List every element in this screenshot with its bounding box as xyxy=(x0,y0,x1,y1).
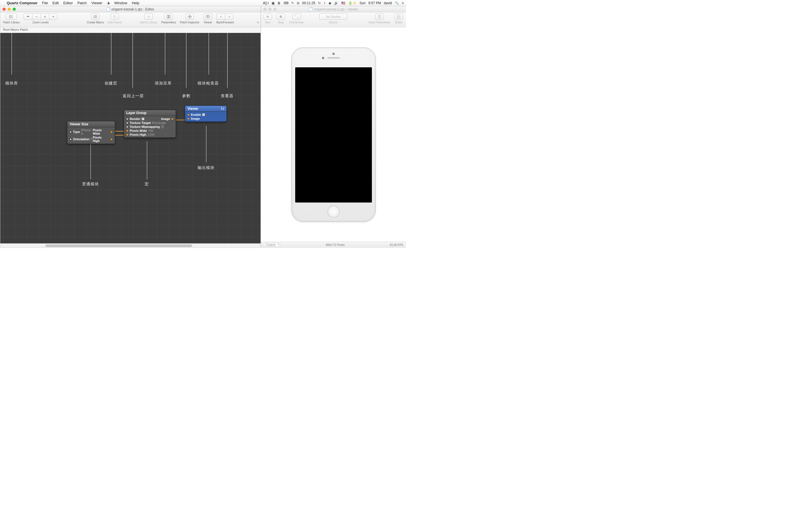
editor-label: Editor xyxy=(395,21,402,24)
user-name[interactable]: david xyxy=(384,1,392,5)
viewport-dims: 480x772 Pixels xyxy=(326,243,345,246)
zoom-button[interactable] xyxy=(13,8,16,11)
spotlight-icon[interactable]: 🔍 xyxy=(395,1,399,5)
zoom-in-button[interactable]: + xyxy=(49,13,57,20)
menu-file[interactable]: File xyxy=(42,1,48,5)
keyboard-icon[interactable]: ⌨ xyxy=(284,1,289,5)
port-out[interactable] xyxy=(110,138,112,140)
phone-home-button[interactable] xyxy=(327,205,340,218)
add-to-library-button[interactable] xyxy=(144,13,153,20)
svg-marker-22 xyxy=(267,15,269,18)
create-macro-button[interactable] xyxy=(91,13,100,20)
patch-library-button[interactable] xyxy=(6,13,17,20)
menu-edit[interactable]: Edit xyxy=(52,1,59,5)
port-in[interactable] xyxy=(188,118,190,120)
node-layer-group[interactable]: Layer Group Render✓Image Texture TargetR… xyxy=(124,110,176,138)
node-title[interactable]: Viewer1▴▾ xyxy=(185,106,226,112)
input-params-button[interactable] xyxy=(375,13,384,20)
menu-viewer[interactable]: Viewer xyxy=(91,1,103,5)
traffic-lights[interactable] xyxy=(3,8,16,11)
row-value[interactable]: 750 xyxy=(148,129,153,132)
close-button[interactable] xyxy=(263,8,266,11)
svg-point-15 xyxy=(189,16,190,17)
bluetooth-icon[interactable]: ᚼ xyxy=(324,1,326,5)
wifi-icon[interactable]: ◉ xyxy=(328,1,331,5)
breadcrumb[interactable]: Root Macro Patch xyxy=(0,27,260,33)
zoom-button[interactable] xyxy=(273,8,276,11)
port-out[interactable] xyxy=(110,131,112,133)
port-in[interactable] xyxy=(126,122,128,124)
trash-icon[interactable]: 🗑 xyxy=(277,1,281,5)
minimize-button[interactable] xyxy=(268,8,271,11)
clock-time[interactable]: 9:57 PM xyxy=(368,1,381,5)
node-title[interactable]: Layer Group xyxy=(124,110,175,116)
scrollbar-thumb[interactable] xyxy=(45,244,192,247)
viewer-canvas[interactable] xyxy=(261,27,406,242)
port-in[interactable] xyxy=(70,131,71,133)
size-mode-select[interactable]: Custom xyxy=(264,243,280,247)
checkbox[interactable]: ✓ xyxy=(202,113,205,116)
volume-icon[interactable]: 🔊 xyxy=(334,1,338,5)
connection xyxy=(175,120,186,120)
port-in[interactable] xyxy=(126,118,128,120)
close-button[interactable] xyxy=(3,8,6,11)
adobe-icon[interactable]: A] ⁞ xyxy=(263,1,269,5)
row-value[interactable]: P xyxy=(91,137,93,141)
row-value[interactable]: iPhone 6 xyxy=(81,128,93,135)
run-label: Run xyxy=(265,21,270,24)
fullscreen-button[interactable] xyxy=(292,13,301,20)
port-in[interactable] xyxy=(126,134,128,136)
port-in[interactable] xyxy=(70,138,71,140)
checkbox[interactable]: ✓ xyxy=(142,117,144,120)
menu-help[interactable]: Help xyxy=(132,1,139,5)
menu-origami-icon[interactable]: ⬗ xyxy=(107,1,110,5)
callout-macro: 创建宏 xyxy=(105,81,117,86)
stop-button[interactable] xyxy=(276,13,285,20)
editor-title: origami-tutorial-1.qtz - Editor xyxy=(111,7,154,11)
port-in[interactable] xyxy=(126,130,128,132)
row-value[interactable]: Rectangle xyxy=(152,121,166,124)
evernote-icon[interactable]: ✎ xyxy=(291,1,294,5)
minimize-button[interactable] xyxy=(8,8,11,11)
open-editor-button[interactable] xyxy=(395,13,403,20)
edit-parent-button[interactable] xyxy=(110,13,119,20)
horizontal-scrollbar[interactable] xyxy=(0,243,260,247)
port-in[interactable] xyxy=(188,114,190,116)
phone-screen[interactable] xyxy=(295,67,372,203)
editor-titlebar[interactable]: origami-tutorial-1.qtz - Editor xyxy=(0,6,260,12)
back-button[interactable]: ‹ xyxy=(216,13,225,20)
timemachine-icon[interactable]: ↻ xyxy=(318,1,321,5)
run-button[interactable] xyxy=(264,13,272,20)
input-flag-icon[interactable]: 🇺🇸 xyxy=(341,1,345,5)
notification-icon[interactable]: ≡ xyxy=(402,1,404,5)
forward-button[interactable]: › xyxy=(225,13,234,20)
editor-canvas[interactable]: 模块库 创建宏 添加至库 模块检查器 返回上一层 参数 查看器 普通模块 宏 输… xyxy=(0,33,260,247)
menu-patch[interactable]: Patch xyxy=(77,1,87,5)
node-viewer-size[interactable]: Viewer Size Type iPhone 6 Pixels Wide Or… xyxy=(67,121,115,144)
checkbox[interactable] xyxy=(161,125,164,128)
patch-inspector-button[interactable] xyxy=(186,13,194,20)
parameters-button[interactable] xyxy=(164,13,173,20)
viewer-titlebar[interactable]: origami-tutorial-1.qtz - Viewer xyxy=(261,6,406,12)
viewer-button[interactable] xyxy=(204,13,212,20)
timer-icon[interactable]: ⧉ xyxy=(297,1,299,5)
display-icon[interactable]: ▣ xyxy=(271,1,274,5)
node-viewer[interactable]: Viewer1▴▾ Enable✓ Image xyxy=(185,106,227,122)
node-title[interactable]: Viewer Size xyxy=(67,121,115,127)
zoom-fit-button[interactable]: •• xyxy=(24,13,32,20)
device-select[interactable]: No Device xyxy=(319,13,347,20)
port-in[interactable] xyxy=(126,126,128,128)
row-value[interactable]: 1334 xyxy=(147,133,154,136)
traffic-lights[interactable] xyxy=(263,8,276,11)
editor-window: origami-tutorial-1.qtz - Editor Patch Li… xyxy=(0,6,261,248)
zoom-100-button[interactable]: = xyxy=(41,13,49,20)
app-name[interactable]: Quartz Composer xyxy=(7,1,38,5)
clock-day[interactable]: Sun xyxy=(359,1,365,5)
zoom-out-button[interactable]: – xyxy=(32,13,41,20)
menu-editor[interactable]: Editor xyxy=(63,1,73,5)
port-out[interactable] xyxy=(171,118,173,120)
menu-window[interactable]: Window xyxy=(114,1,127,5)
svg-rect-13 xyxy=(169,15,170,18)
battery-icon[interactable]: 🔋⚡ xyxy=(348,1,357,5)
toolbar-overflow[interactable]: » xyxy=(257,20,259,24)
